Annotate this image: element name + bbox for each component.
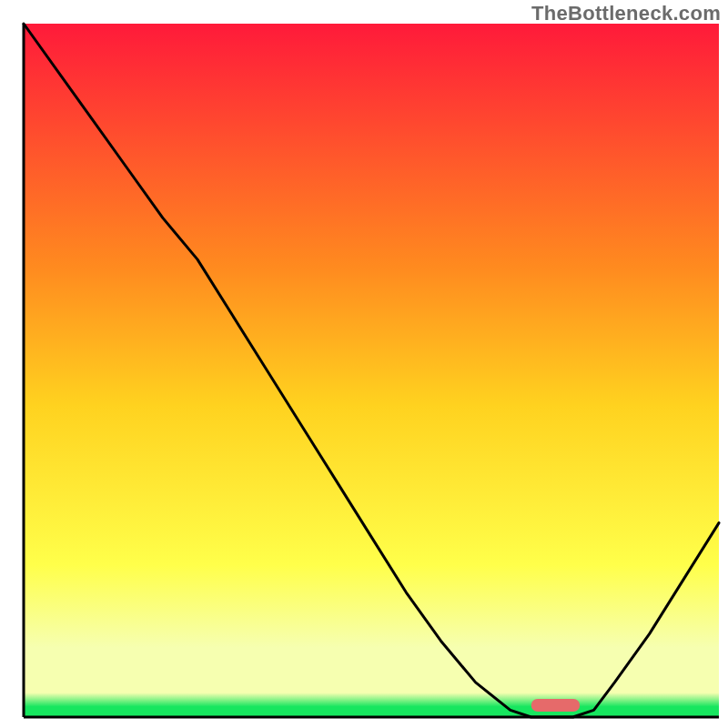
gradient-background <box>24 24 719 717</box>
bottleneck-chart <box>0 0 728 728</box>
chart-stage: TheBottleneck.com <box>0 0 728 728</box>
optimal-range-marker <box>531 699 580 712</box>
